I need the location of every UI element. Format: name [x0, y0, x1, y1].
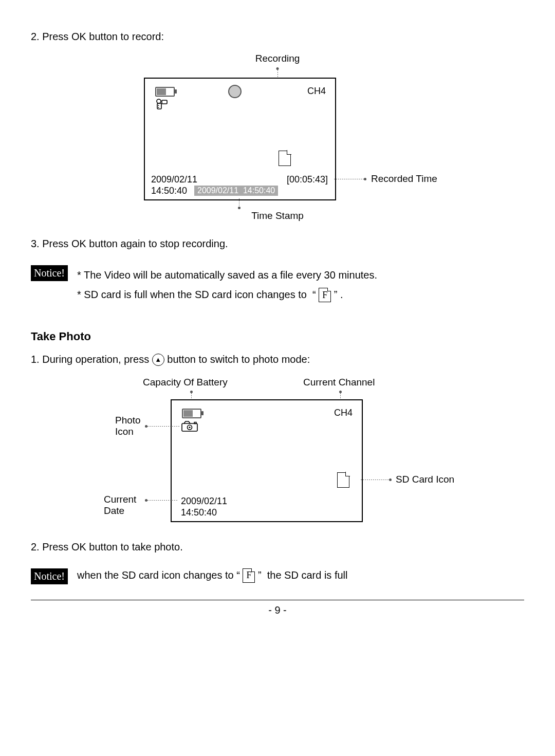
notice-line-1: * The Video will be automatically saved …	[77, 265, 524, 285]
date-line	[147, 500, 178, 501]
photo-icon-line	[147, 426, 179, 427]
notice-line-2: * SD card is full when the SD card icon …	[77, 285, 524, 304]
svg-point-0	[157, 99, 161, 103]
recorded-time-osd: [00:05:43]	[287, 174, 328, 185]
battery-icon	[155, 87, 175, 97]
photo-step-2: 2. Press OK button to take photo.	[31, 541, 524, 553]
recorded-time-line	[334, 179, 364, 179]
timestamp-dot	[238, 207, 240, 209]
take-photo-heading: Take Photo	[31, 330, 524, 343]
timestamp-box: 2009/02/11 14:50:40	[194, 186, 278, 196]
date-label-2: Date	[104, 505, 124, 517]
up-button-icon: ▲	[152, 354, 164, 366]
step-3: 3. Press OK button again to stop recordi…	[31, 238, 524, 250]
sd-full-icon: F	[319, 288, 331, 302]
recorded-time-label: Recorded Time	[371, 173, 437, 185]
sd-full-icon-2: F	[243, 568, 255, 583]
svg-point-7	[189, 427, 190, 428]
photo-mode-diagram: Capacity Of Battery Current Channel CH4 …	[98, 377, 447, 526]
battery-label: Capacity Of Battery	[143, 377, 228, 388]
photo-icon-label-2: Icon	[115, 426, 134, 437]
svg-rect-1	[157, 103, 161, 109]
notice-body-2: when the SD card icon changes to “ F ” t…	[77, 569, 524, 583]
svg-point-3	[158, 107, 159, 108]
notice-block-2: Notice! when the SD card icon changes to…	[31, 568, 524, 584]
channel-osd-2: CH4	[334, 408, 353, 418]
recording-label: Recording	[255, 53, 300, 64]
step-2: 2. Press OK button to record:	[31, 31, 524, 43]
recording-indicator-icon	[228, 85, 242, 98]
notice-block-1: Notice! * The Video will be automaticall…	[31, 265, 524, 304]
photo-icon	[181, 421, 198, 432]
step-2-text: 2. Press OK button to record:	[31, 31, 164, 42]
recording-diagram: Recording CH4 2009/02/11 [00:05:43] 14:5…	[113, 53, 442, 223]
video-icon	[155, 98, 171, 110]
notice-badge-2: Notice!	[31, 568, 68, 584]
svg-rect-8	[194, 422, 196, 423]
photo-icon-label-1: Photo	[115, 415, 141, 426]
footer-separator	[31, 600, 524, 600]
date-label-1: Current	[104, 494, 136, 505]
time-osd-2: 14:50:40	[181, 507, 217, 518]
svg-rect-4	[162, 100, 167, 104]
date-osd: 2009/02/11	[151, 174, 197, 185]
sd-card-icon	[279, 151, 291, 166]
date-osd-2: 2009/02/11	[181, 496, 227, 507]
screen-box-1: CH4 2009/02/11 [00:05:43] 14:50:40 2009/…	[144, 78, 336, 200]
screen-box-2: CH4 2009/02/11 14:50:40	[171, 399, 363, 522]
recorded-time-dot	[364, 178, 366, 180]
sd-card-icon-2	[337, 472, 349, 488]
time-osd: 14:50:40	[151, 186, 187, 196]
step-3-text: 3. Press OK button again to stop recordi…	[31, 238, 228, 249]
timestamp-label: Time Stamp	[251, 210, 304, 222]
notice-badge: Notice!	[31, 265, 68, 281]
photo-step-2-text: 2. Press OK button to take photo.	[31, 541, 183, 552]
battery-icon-2	[182, 409, 201, 418]
photo-step-1: 1. During operation, press ▲ button to s…	[31, 354, 524, 366]
channel-osd: CH4	[307, 86, 326, 97]
channel-label: Current Channel	[303, 377, 375, 388]
page-number: - 9 -	[31, 604, 524, 616]
svg-point-2	[158, 105, 159, 106]
sd-label: SD Card Icon	[396, 474, 454, 485]
sd-dot	[389, 478, 392, 481]
timestamp-line	[239, 198, 239, 207]
notice-body-1: * The Video will be automatically saved …	[77, 265, 524, 304]
sd-line	[361, 480, 389, 480]
